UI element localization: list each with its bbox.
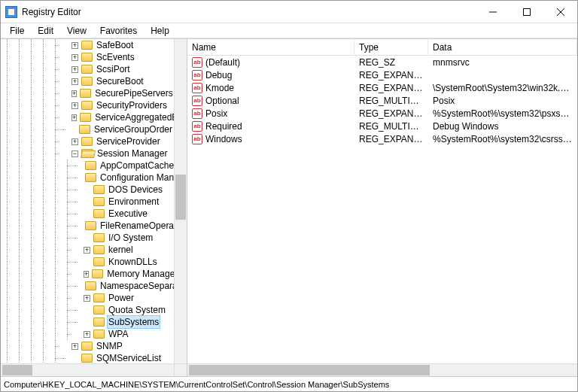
- tree-label[interactable]: ServiceGroupOrder: [93, 123, 174, 135]
- tree-item[interactable]: +Power: [1, 292, 174, 304]
- tree-label[interactable]: Power: [107, 292, 135, 304]
- tree-item[interactable]: +SecurityProviders: [1, 99, 174, 111]
- tree-item[interactable]: +ScsiPort: [1, 63, 174, 75]
- value-row[interactable]: abWindowsREG_EXPAND_SZ%SystemRoot%\syste…: [187, 132, 577, 145]
- tree-label[interactable]: Environment: [107, 196, 160, 208]
- collapse-icon[interactable]: −: [71, 150, 78, 157]
- tree-label[interactable]: ServiceAggregatedEvents: [93, 111, 174, 123]
- tree-horizontal-scrollbar[interactable]: [1, 364, 174, 376]
- expand-icon[interactable]: +: [71, 42, 78, 49]
- tree-label[interactable]: Memory Management: [105, 268, 174, 280]
- tree-label[interactable]: ScsiPort: [95, 63, 132, 75]
- tree-item[interactable]: ServiceGroupOrder: [1, 123, 174, 135]
- tree-item[interactable]: Executive: [1, 208, 174, 220]
- close-button[interactable]: [543, 1, 577, 23]
- expand-icon[interactable]: +: [71, 66, 78, 73]
- tree-item[interactable]: Environment: [1, 196, 174, 208]
- expand-icon[interactable]: +: [84, 331, 90, 338]
- tree-item[interactable]: I/O System: [1, 232, 174, 244]
- expand-icon[interactable]: +: [71, 102, 78, 109]
- list-pane[interactable]: Name Type Data ab(Default)REG_SZmnmsrvca…: [187, 39, 577, 376]
- tree-item[interactable]: −Session Manager: [1, 147, 174, 160]
- tree-label[interactable]: FileRenameOperations: [99, 220, 174, 232]
- tree-label[interactable]: kernel: [107, 244, 135, 256]
- tree-pane[interactable]: +SafeBoot+ScEvents+ScsiPort+SecureBoot+S…: [1, 39, 187, 363]
- tree-label[interactable]: ServiceProvider: [95, 135, 162, 147]
- tree-label[interactable]: SubSystems: [107, 315, 160, 329]
- menu-help[interactable]: Help: [144, 24, 175, 38]
- tree-item[interactable]: +SafeBoot: [1, 39, 174, 51]
- tree-label[interactable]: SecureBoot: [95, 75, 145, 87]
- tree-label[interactable]: SecurePipeServers: [93, 87, 174, 99]
- expand-icon[interactable]: +: [84, 271, 89, 278]
- value-name: (Default): [205, 57, 240, 68]
- tree-item[interactable]: +ScEvents: [1, 51, 174, 63]
- tree-label[interactable]: Quota System: [107, 304, 167, 316]
- tree-label[interactable]: I/O System: [107, 232, 154, 244]
- menu-edit[interactable]: Edit: [32, 24, 59, 38]
- scrollbar-thumb[interactable]: [2, 365, 32, 375]
- list-horizontal-scrollbar[interactable]: [187, 363, 577, 376]
- tree-item[interactable]: SubSystems: [1, 316, 174, 328]
- expand-icon[interactable]: +: [71, 78, 78, 85]
- scrollbar-thumb[interactable]: [189, 365, 430, 375]
- tree-item[interactable]: +kernel: [1, 244, 174, 256]
- column-header-data[interactable]: Data: [428, 39, 577, 55]
- tree-item[interactable]: Quota System: [1, 304, 174, 316]
- tree-item[interactable]: +SecureBoot: [1, 75, 174, 87]
- menu-file[interactable]: File: [4, 24, 30, 38]
- tree-label[interactable]: Session Manager: [96, 147, 169, 160]
- tree-label[interactable]: SecurityProviders: [95, 99, 169, 111]
- value-row[interactable]: abRequiredREG_MULTI_SZDebug Windows: [187, 120, 577, 132]
- tree-label[interactable]: AppCompatCache: [99, 160, 174, 172]
- tree-item[interactable]: NamespaceSeparation: [1, 280, 174, 292]
- tree-item[interactable]: KnownDLLs: [1, 256, 174, 268]
- expand-icon[interactable]: +: [84, 247, 90, 254]
- expand-icon[interactable]: +: [71, 90, 77, 97]
- tree-item[interactable]: +WPA: [1, 328, 174, 340]
- tree-item[interactable]: DOS Devices: [1, 184, 174, 196]
- tree-label[interactable]: WPA: [107, 328, 129, 340]
- column-header-type[interactable]: Type: [354, 39, 428, 55]
- expand-icon[interactable]: +: [71, 114, 77, 121]
- tree-item[interactable]: +SNMP: [1, 340, 174, 352]
- tree-item[interactable]: FileRenameOperations: [1, 220, 174, 232]
- value-data: %SystemRoot%\system32\psxss.exe: [428, 108, 577, 119]
- value-row[interactable]: abDebugREG_EXPAND_SZ: [187, 68, 577, 81]
- tree-label[interactable]: ScEvents: [95, 51, 136, 63]
- tree-item[interactable]: Configuration Manage: [1, 172, 174, 184]
- value-row[interactable]: ab(Default)REG_SZmnmsrvc: [187, 56, 577, 68]
- folder-icon: [81, 342, 93, 351]
- expand-icon[interactable]: +: [71, 343, 78, 350]
- tree-vertical-scrollbar[interactable]: [174, 39, 187, 363]
- value-row[interactable]: abOptionalREG_MULTI_SZPosix: [187, 94, 577, 107]
- value-row[interactable]: abPosixREG_EXPAND_SZ%SystemRoot%\system3…: [187, 107, 577, 120]
- tree-item[interactable]: +SecurePipeServers: [1, 87, 174, 99]
- minimize-button[interactable]: [476, 1, 510, 23]
- tree-label[interactable]: SQMServiceList: [95, 352, 163, 363]
- expand-icon[interactable]: +: [71, 138, 78, 145]
- tree-label[interactable]: Configuration Manage: [99, 172, 174, 184]
- expand-icon[interactable]: +: [84, 295, 90, 302]
- menu-favorites[interactable]: Favorites: [94, 24, 143, 38]
- scrollbar-thumb[interactable]: [175, 175, 186, 220]
- tree-label[interactable]: NamespaceSeparation: [99, 280, 174, 292]
- titlebar[interactable]: Registry Editor: [1, 1, 577, 23]
- tree-item[interactable]: +ServiceProvider: [1, 135, 174, 147]
- tree-item[interactable]: +Memory Management: [1, 268, 174, 280]
- tree-item[interactable]: SQMServiceList: [1, 352, 174, 363]
- tree-label[interactable]: KnownDLLs: [107, 256, 159, 268]
- tree-label[interactable]: Executive: [107, 208, 149, 220]
- value-row[interactable]: abKmodeREG_EXPAND_SZ\SystemRoot\System32…: [187, 81, 577, 94]
- tree-label[interactable]: SafeBoot: [95, 39, 135, 51]
- tree-item[interactable]: AppCompatCache: [1, 160, 174, 172]
- column-header-name[interactable]: Name: [187, 39, 354, 55]
- tree-item[interactable]: +ServiceAggregatedEvents: [1, 111, 174, 123]
- menu-view[interactable]: View: [61, 24, 93, 38]
- tree-label[interactable]: DOS Devices: [107, 184, 164, 196]
- maximize-button[interactable]: [510, 1, 543, 23]
- expand-icon[interactable]: +: [71, 54, 78, 61]
- value-data: Posix: [428, 96, 577, 106]
- folder-icon: [81, 41, 93, 50]
- tree-label[interactable]: SNMP: [95, 340, 124, 352]
